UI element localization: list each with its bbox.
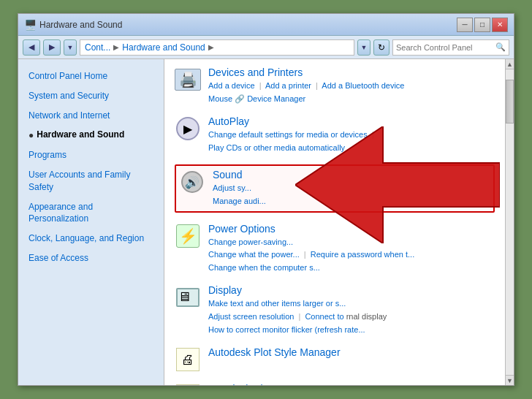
autodesk2-icon-shape: 🖨 (176, 384, 200, 385)
section-sound-highlighted: 🔊 Sound Adjust sy... Manage audi... (175, 164, 495, 212)
search-input[interactable] (396, 43, 493, 52)
power-button-link[interactable]: Change what the power... (208, 250, 300, 259)
title-controls: ─ □ ✕ (457, 18, 508, 32)
power-icon-shape: ⚡ (176, 224, 200, 248)
address-bar: ◀ ▶ ▼ Cont... ▶ Hardware and Sound ▶ ▼ ↻… (18, 36, 514, 59)
minimize-button[interactable]: ─ (457, 18, 473, 32)
search-bar: 🔍 (392, 39, 509, 56)
add-bluetooth-link[interactable]: Add a Bluetooth device (322, 81, 404, 90)
power-body: Power Options Change power-saving... Cha… (208, 223, 495, 275)
add-printer-link[interactable]: Add a printer (265, 81, 311, 90)
sidebar: Control Panel Home System and Security N… (18, 59, 164, 385)
devices-icon-shape: 🖨️ (175, 69, 201, 91)
autodesk1-icon: 🖨 (175, 346, 201, 373)
watermark-line1: 生 活 百 科 (448, 354, 505, 367)
computer-sleep-link[interactable]: Change when the computer s... (208, 263, 320, 272)
mouse-link[interactable]: Mouse (208, 94, 232, 103)
content-area: Control Panel Home System and Security N… (18, 59, 514, 385)
sound-icon-shape: 🔊 (181, 171, 203, 193)
adjust-system-link[interactable]: Adjust sy... (213, 183, 251, 192)
add-device-link[interactable]: Add a device (208, 81, 255, 90)
sidebar-item-control-panel-home[interactable]: Control Panel Home (18, 66, 164, 86)
title-bar: 🖥️ Hardware and Sound ─ □ ✕ (18, 14, 514, 36)
sidebar-item-programs[interactable]: Programs (18, 145, 164, 165)
sidebar-item-network[interactable]: Network and Internet (18, 106, 164, 126)
title-bar-left: 🖥️ Hardware and Sound (24, 19, 122, 31)
sidebar-item-hardware-sound[interactable]: ● Hardware and Sound (18, 125, 164, 145)
section-autoplay: ▶ AutoPlay Change default settings for m… (175, 115, 495, 154)
forward-button[interactable]: ▶ (43, 39, 61, 56)
power-title[interactable]: Power Options (208, 223, 495, 235)
text-size-link[interactable]: Make text and other items larger or s... (208, 299, 346, 308)
section-display: 🖥 Display Make text and other items larg… (175, 284, 495, 336)
sound-icon: 🔊 (179, 169, 205, 195)
autodesk2-icon: 🖨 (175, 383, 201, 385)
sidebar-item-clock[interactable]: Clock, Language, and Region (18, 229, 164, 248)
sidebar-item-user-accounts[interactable]: User Accounts and Family Safety (18, 165, 164, 197)
autoplay-default-link[interactable]: Change default settings for media or dev… (208, 130, 368, 139)
display-body: Display Make text and other items larger… (208, 284, 495, 336)
watermark: 生 活 百 科 www.bimeiz.com (448, 354, 505, 376)
scroll-down-button[interactable]: ▼ (506, 375, 514, 385)
power-links: Change power-saving... Change what the p… (208, 236, 495, 275)
active-bullet: ● (28, 129, 34, 142)
close-button[interactable]: ✕ (492, 18, 508, 32)
sound-title[interactable]: Sound (213, 169, 490, 180)
power-saving-link[interactable]: Change power-saving... (208, 238, 293, 246)
display-links: Make text and other items larger or s...… (208, 297, 495, 336)
section-sound: 🔊 Sound Adjust sy... Manage audi... (179, 169, 490, 208)
maximize-button[interactable]: □ (474, 18, 490, 32)
breadcrumb-separator: ▶ (113, 43, 119, 51)
display-title[interactable]: Display (208, 284, 495, 296)
autoplay-body: AutoPlay Change default settings for med… (208, 115, 495, 154)
section-autodesk2: 🖨 Autodesk Plotter Manager (175, 383, 495, 385)
window-title: Hardware and Sound (39, 20, 122, 30)
history-dropdown[interactable]: ▼ (64, 39, 77, 56)
refresh-rate-link[interactable]: How to correct monitor flicker (refresh … (208, 325, 365, 334)
autoplay-icon-shape: ▶ (176, 117, 200, 140)
autodesk2-title[interactable]: Autodesk Plotter Manager (208, 383, 495, 385)
scroll-up-button[interactable]: ▲ (506, 59, 514, 69)
autodesk2-body: Autodesk Plotter Manager (208, 383, 495, 385)
devices-body: Devices and Printers Add a device | Add … (208, 66, 495, 105)
scroll-thumb[interactable] (506, 80, 514, 123)
autoplay-cds-link[interactable]: Play CDs or other media automatically (208, 143, 345, 152)
section-autodesk1: 🖨 Autodesk Plot Style Manager (175, 346, 495, 373)
sidebar-item-appearance[interactable]: Appearance and Personalization (18, 197, 164, 229)
autoplay-links: Change default settings for media or dev… (208, 129, 495, 154)
search-icon: 🔍 (495, 42, 506, 52)
devices-icon: 🖨️ (175, 66, 201, 93)
section-devices: 🖨️ Devices and Printers Add a device | A… (175, 66, 495, 105)
autodesk1-icon-shape: 🖨 (176, 348, 200, 371)
devices-links: Add a device | Add a printer | Add a Blu… (208, 80, 495, 105)
sidebar-item-ease-of-access[interactable]: Ease of Access (18, 248, 164, 268)
main-panel: 🖨️ Devices and Printers Add a device | A… (164, 59, 505, 385)
breadcrumb-hardware-sound[interactable]: Hardware and Sound (122, 42, 205, 53)
screen-resolution-link[interactable]: Adjust screen resolution (208, 312, 294, 321)
display-icon-shape: 🖥 (176, 288, 200, 307)
manage-audio-link[interactable]: Manage audi... (213, 197, 266, 205)
scrollbar[interactable]: ▲ ▼ (505, 59, 514, 385)
autoplay-icon: ▶ (175, 115, 201, 142)
breadcrumb: Cont... ▶ Hardware and Sound ▶ (80, 39, 354, 56)
breadcrumb-cont[interactable]: Cont... (85, 42, 110, 53)
watermark-line2: www.bimeiz.com (448, 367, 505, 376)
sidebar-item-system-security[interactable]: System and Security (18, 86, 164, 106)
section-power: ⚡ Power Options Change power-saving... C… (175, 223, 495, 275)
refresh-button[interactable]: ↻ (373, 39, 390, 56)
sound-body: Sound Adjust sy... Manage audi... (213, 169, 490, 208)
require-password-link[interactable]: Require a password when t... (311, 250, 414, 259)
autoplay-title[interactable]: AutoPlay (208, 115, 495, 127)
device-manager-link[interactable]: Device Manager (247, 94, 305, 103)
devices-title[interactable]: Devices and Printers (208, 66, 495, 78)
connect-display-link[interactable]: Connect to (305, 312, 343, 321)
display-icon: 🖥 (175, 284, 201, 311)
breadcrumb-dropdown[interactable]: ▼ (357, 39, 370, 56)
control-panel-window: 🖥️ Hardware and Sound ─ □ ✕ ◀ ▶ ▼ Cont..… (18, 13, 514, 386)
back-button[interactable]: ◀ (23, 39, 40, 56)
breadcrumb-end-arrow: ▶ (208, 43, 214, 51)
sound-links: Adjust sy... Manage audi... (213, 182, 490, 208)
power-icon: ⚡ (175, 223, 201, 249)
